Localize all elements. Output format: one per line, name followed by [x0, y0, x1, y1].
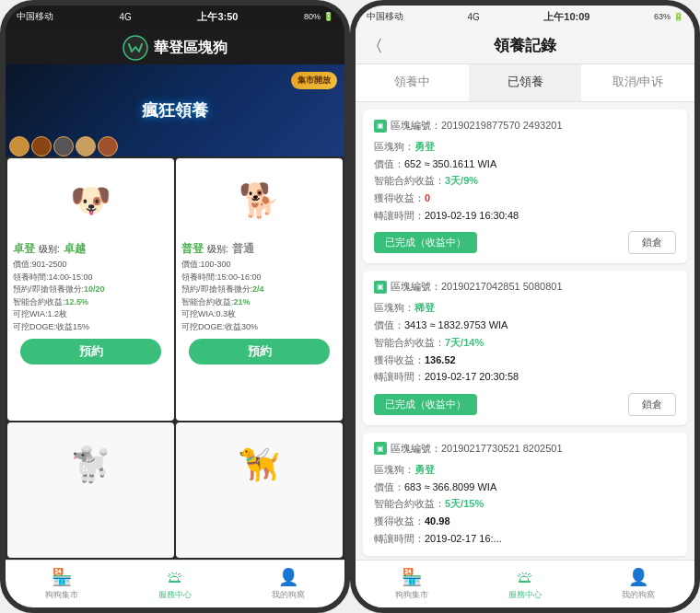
network-left: 4G [120, 12, 132, 22]
dog-doge-2: 可挖DOGE:收益30% [181, 321, 337, 334]
nav-home-left[interactable]: 👤 我的狗窩 [231, 561, 344, 607]
service-icon-right: 🛎 [517, 568, 533, 587]
app-header-left: 華登區塊狗 [6, 28, 344, 64]
nav-market-left[interactable]: 🏪 狗狗集市 [6, 561, 119, 607]
reserve-btn-1[interactable]: 預約 [20, 339, 160, 364]
record-id-row-3: ▣ 區塊編號：20190217730521 8202501 [374, 442, 676, 456]
dog-image-2: 🐕 [223, 164, 297, 237]
dog-name-row-1: 卓登 级别: 卓越 [13, 241, 169, 257]
record-actions-1: 已完成（收益中） 鎖倉 [374, 231, 676, 254]
dog-image-1: 🐶 [54, 164, 128, 237]
record-time-3: 轉讓時間：2019-02-17 16:... [374, 530, 676, 548]
mini-dog-4 [76, 136, 96, 156]
banner-badge: 集市開放 [291, 72, 337, 89]
record-value-3: 價值：683 ≈ 366.8099 WIA [374, 479, 676, 496]
dog-wia-1: 可挖WIA:1.2枚 [13, 308, 169, 321]
bottom-nav-right: 🏪 狗狗集市 🛎 服務中心 👤 我的狗窩 [356, 560, 694, 607]
record-value-2: 價值：3413 ≈ 1832.9753 WIA [374, 317, 676, 334]
home-icon-left: 👤 [278, 567, 298, 587]
app-title-left: 華登區塊狗 [154, 39, 228, 58]
record-time-2: 轉讓時間：2019-02-17 20:30:58 [374, 368, 676, 386]
carrier-right: 中国移动 [367, 10, 403, 23]
record-dog-1: 區塊狗：勇登 [374, 138, 676, 156]
record-contract-2: 智能合約收益：7天/14% [374, 334, 676, 352]
lock-btn-2[interactable]: 鎖倉 [628, 393, 676, 416]
banner-text: 瘋狂領養 [142, 99, 208, 121]
tab-cancel[interactable]: 取消/申诉 [581, 64, 694, 101]
record-card-3: ▣ 區塊編號：20190217730521 8202501 區塊狗：勇登 價值：… [363, 433, 687, 556]
mini-dog-1 [9, 136, 29, 156]
dog-level-1: 卓越 [64, 241, 86, 257]
battery-left: 80% 🔋 [304, 12, 333, 21]
dog-card-2: 🐕 普登 级别: 普通 價值:100-300 領養時間:15:00-16:00 … [176, 158, 343, 421]
nav-service-left[interactable]: 🛎 服務中心 [119, 561, 232, 607]
record-id-icon-2: ▣ [374, 281, 387, 294]
nav-service-label-right: 服務中心 [508, 589, 542, 601]
dog-doge-1: 可挖DOGE:收益15% [13, 321, 169, 334]
back-button[interactable]: 〈 [367, 35, 383, 57]
status-bar-left: 中国移动 4G 上午3:50 80% 🔋 [6, 6, 344, 28]
app-content-left: 華登區塊狗 集市開放 瘋狂領養 🐶 卓登 级别: [6, 28, 344, 607]
dog-card-3: 🐩 [7, 422, 174, 558]
record-earned-3: 獲得收益：40.98 [374, 513, 676, 530]
dog-name-1: 卓登 [13, 241, 35, 257]
dog-level-label-1: 级别: [39, 243, 60, 256]
page-title-right: 領養記錄 [494, 35, 556, 56]
lock-btn-1[interactable]: 鎖倉 [628, 231, 676, 254]
nav-home-label-right: 我的狗窩 [622, 589, 655, 601]
dog-level-label-2: 级别: [207, 243, 228, 256]
records-list: ▣ 區塊編號：20190219877570 2493201 區塊狗：勇登 價值：… [356, 102, 694, 560]
carrier-left: 中国移动 [17, 10, 53, 23]
nav-service-right[interactable]: 🛎 服務中心 [469, 561, 582, 607]
dog-info-1: 價值:901-2500 領養時間:14:00-15:00 預約/即搶領養微分:1… [13, 259, 169, 333]
mini-dog-5 [98, 136, 118, 156]
record-id-icon-1: ▣ [374, 120, 387, 133]
dog-contract-1: 智能合約收益:12.5% [13, 296, 169, 309]
phone-right: 中国移动 4G 上午10:09 63% 🔋 〈 領養記錄 領養中 已領養 取消/… [350, 0, 700, 613]
record-dog-2: 區塊狗：稀登 [374, 299, 676, 317]
dog-adopt-time-1: 領養時間:14:00-15:00 [13, 272, 169, 284]
dogs-grid: 🐶 卓登 级别: 卓越 價值:901-2500 領養時間:14:00-15:00… [6, 156, 344, 560]
right-header: 〈 領養記錄 [356, 28, 694, 64]
record-contract-3: 智能合約收益：5天/15% [374, 495, 676, 513]
reserve-btn-2[interactable]: 預約 [189, 339, 329, 364]
service-icon-left: 🛎 [167, 568, 183, 587]
dog-image-4: 🦮 [223, 428, 297, 502]
record-id-row-2: ▣ 區塊編號：20190217042851 5080801 [374, 280, 676, 294]
banner: 集市開放 瘋狂領養 [6, 64, 344, 156]
record-card-1: ▣ 區塊編號：20190219877570 2493201 區塊狗：勇登 價值：… [363, 110, 687, 263]
dog-info-2: 價值:100-300 領養時間:15:00-16:00 預約/即搶領養微分:2/… [181, 259, 337, 333]
record-id-3: 區塊編號：20190217730521 8202501 [391, 442, 563, 456]
tab-adopting[interactable]: 領養中 [356, 64, 469, 101]
dog-name-2: 普登 [181, 241, 204, 257]
tab-adopted[interactable]: 已領養 [469, 64, 582, 101]
app-logo: 華登區塊狗 [122, 35, 228, 61]
record-id-icon-3: ▣ [374, 442, 387, 455]
record-earned-2: 獲得收益：136.52 [374, 352, 676, 369]
nav-market-label-right: 狗狗集市 [395, 589, 428, 601]
record-card-2: ▣ 區塊編號：20190217042851 5080801 區塊狗：稀登 價值：… [363, 271, 687, 424]
dog-quota-2: 預約/即搶領養微分:2/4 [181, 283, 337, 296]
market-icon-right: 🏪 [402, 567, 422, 587]
completed-badge-2: 已完成（收益中） [374, 394, 477, 415]
record-value-1: 價值：652 ≈ 350.1611 WIA [374, 156, 676, 173]
record-earned-1: 獲得收益：0 [374, 190, 676, 207]
nav-home-right[interactable]: 👤 我的狗窩 [581, 561, 694, 607]
record-contract-1: 智能合約收益：3天/9% [374, 172, 676, 190]
time-right: 上午10:09 [543, 10, 589, 24]
dog-value-2: 價值:100-300 [181, 259, 337, 272]
app-content-right: 〈 領養記錄 領養中 已領養 取消/申诉 ▣ 區塊編號：201902198775… [356, 28, 694, 607]
nav-market-right[interactable]: 🏪 狗狗集市 [356, 561, 469, 607]
completed-badge-1: 已完成（收益中） [374, 232, 477, 253]
record-id-1: 區塊編號：20190219877570 2493201 [391, 119, 563, 133]
time-left: 上午3:50 [197, 10, 238, 24]
dog-level-2: 普通 [232, 241, 254, 257]
dog-contract-2: 智能合約收益:21% [181, 296, 337, 309]
record-actions-2: 已完成（收益中） 鎖倉 [374, 393, 676, 416]
bottom-nav-left: 🏪 狗狗集市 🛎 服務中心 👤 我的狗窩 [6, 560, 344, 607]
network-right: 4G [468, 12, 480, 22]
nav-home-label-left: 我的狗窩 [272, 589, 305, 601]
dog-value-1: 價值:901-2500 [13, 259, 169, 272]
dog-card-1: 🐶 卓登 级别: 卓越 價值:901-2500 領養時間:14:00-15:00… [7, 158, 174, 421]
tabs-row: 領養中 已領養 取消/申诉 [356, 64, 694, 102]
